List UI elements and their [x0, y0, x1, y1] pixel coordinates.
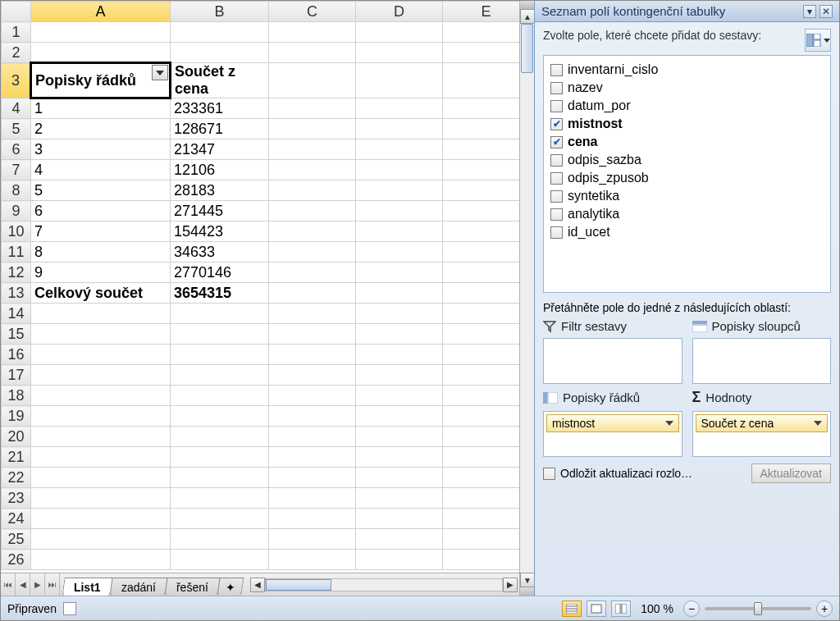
cell-E23[interactable]	[443, 488, 520, 509]
cell-D6[interactable]	[356, 139, 443, 160]
column-labels-area[interactable]	[692, 338, 832, 384]
cell-D9[interactable]	[356, 201, 443, 221]
row-header-19[interactable]: 19	[2, 406, 31, 427]
cell-D13[interactable]	[356, 283, 443, 304]
cell-A15[interactable]	[31, 324, 171, 345]
field-nazev[interactable]: nazev	[549, 79, 825, 97]
view-normal-button[interactable]	[562, 600, 582, 617]
tab-nav-prev[interactable]: ◀	[16, 573, 30, 596]
cell-D10[interactable]	[356, 221, 443, 242]
cell-B16[interactable]	[171, 345, 269, 365]
field-checkbox-analytika[interactable]	[550, 208, 563, 221]
cell-B12[interactable]: 2770146	[171, 263, 269, 283]
field-checkbox-odpis_sazba[interactable]	[550, 154, 563, 167]
report-filter-area[interactable]	[543, 338, 682, 384]
cell-C8[interactable]	[269, 180, 356, 201]
row-header-23[interactable]: 23	[2, 488, 31, 509]
cell-A23[interactable]	[31, 488, 171, 509]
cell-B24[interactable]	[171, 509, 269, 529]
update-button[interactable]: Aktualizovat	[751, 463, 831, 483]
row-header-1[interactable]: 1	[2, 22, 31, 43]
macro-record-icon[interactable]	[63, 602, 76, 615]
cell-C9[interactable]	[269, 201, 356, 221]
panel-close-icon[interactable]: ✕	[819, 5, 833, 18]
cell-C21[interactable]	[269, 447, 356, 468]
cell-D8[interactable]	[356, 180, 443, 201]
view-page-break-button[interactable]	[611, 600, 631, 617]
vertical-scrollbar[interactable]: ▲ ▼	[519, 1, 534, 596]
cell-D23[interactable]	[356, 488, 443, 509]
cell-B15[interactable]	[171, 324, 269, 345]
cell-B22[interactable]	[171, 468, 269, 488]
cell-A14[interactable]	[31, 304, 171, 324]
cell-D22[interactable]	[356, 468, 443, 488]
row-header-15[interactable]: 15	[2, 324, 31, 345]
vscroll-thumb[interactable]	[521, 24, 533, 73]
cell-E12[interactable]	[443, 263, 520, 283]
field-odpis_sazba[interactable]: odpis_sazba	[549, 151, 825, 169]
cell-D2[interactable]	[356, 43, 443, 63]
field-mistnost[interactable]: ✔mistnost	[549, 115, 825, 133]
cell-C11[interactable]	[269, 242, 356, 263]
cell-C6[interactable]	[269, 139, 356, 160]
cell-B8[interactable]: 28183	[171, 180, 269, 201]
new-sheet-tab[interactable]: ✦	[217, 578, 244, 596]
field-list[interactable]: inventarni_cislonazevdatum_por✔mistnost✔…	[543, 55, 831, 293]
field-datum_por[interactable]: datum_por	[549, 97, 825, 115]
row-header-9[interactable]: 9	[2, 201, 31, 221]
cell-C14[interactable]	[269, 304, 356, 324]
cell-A12[interactable]: 9	[31, 263, 171, 283]
cell-D18[interactable]	[356, 386, 443, 406]
cell-C13[interactable]	[269, 283, 356, 304]
cell-B21[interactable]	[171, 447, 269, 468]
col-header-B[interactable]: B	[171, 2, 269, 22]
cell-A1[interactable]	[31, 22, 171, 43]
row-header-10[interactable]: 10	[2, 221, 31, 242]
select-all-cell[interactable]	[2, 2, 31, 22]
row-labels-area[interactable]: mistnost	[543, 411, 682, 457]
defer-update-checkbox[interactable]	[543, 468, 555, 480]
cell-E11[interactable]	[443, 242, 520, 263]
cell-D14[interactable]	[356, 304, 443, 324]
cell-E16[interactable]	[443, 345, 520, 365]
cell-E22[interactable]	[443, 468, 520, 488]
field-checkbox-nazev[interactable]	[550, 82, 563, 94]
cell-A8[interactable]: 5	[31, 180, 171, 201]
cell-D17[interactable]	[356, 365, 443, 386]
cell-A2[interactable]	[31, 43, 171, 63]
values-area[interactable]: Součet z cena	[692, 411, 832, 457]
cell-D19[interactable]	[356, 406, 443, 427]
cell-A17[interactable]	[31, 365, 171, 386]
cell-E1[interactable]	[443, 22, 520, 43]
cell-E7[interactable]	[443, 160, 520, 180]
cell-A24[interactable]	[31, 509, 171, 529]
cell-B3[interactable]: Součet z cena	[171, 63, 269, 98]
row-header-17[interactable]: 17	[2, 365, 31, 386]
cell-B17[interactable]	[171, 365, 269, 386]
cell-C26[interactable]	[269, 550, 356, 570]
cell-A3[interactable]: Popisky řádků	[31, 63, 171, 98]
cell-E25[interactable]	[443, 529, 520, 550]
cell-C4[interactable]	[269, 98, 356, 119]
cell-B4[interactable]: 233361	[171, 98, 269, 119]
cell-C2[interactable]	[269, 43, 356, 63]
cell-A13[interactable]: Celkový součet	[31, 283, 171, 304]
split-grip-bottom[interactable]	[520, 587, 534, 596]
hscroll-left[interactable]: ◀	[250, 578, 265, 592]
sheet-tab-zadání[interactable]: zadání	[109, 578, 167, 596]
view-page-layout-button[interactable]	[587, 600, 606, 617]
cell-D26[interactable]	[356, 550, 443, 570]
row-header-13[interactable]: 13	[2, 283, 31, 304]
field-checkbox-odpis_zpusob[interactable]	[550, 172, 563, 185]
cell-A18[interactable]	[31, 386, 171, 406]
cell-E5[interactable]	[443, 119, 520, 139]
sheet-tab-řešení[interactable]: řešení	[164, 578, 220, 596]
cell-E17[interactable]	[443, 365, 520, 386]
row-header-25[interactable]: 25	[2, 529, 31, 550]
row-header-24[interactable]: 24	[2, 509, 31, 529]
field-checkbox-cena[interactable]: ✔	[550, 136, 563, 148]
vscroll-down[interactable]: ▼	[520, 573, 535, 587]
cell-A5[interactable]: 2	[31, 119, 171, 139]
row-header-14[interactable]: 14	[2, 304, 31, 324]
zoom-slider[interactable]	[705, 607, 811, 610]
